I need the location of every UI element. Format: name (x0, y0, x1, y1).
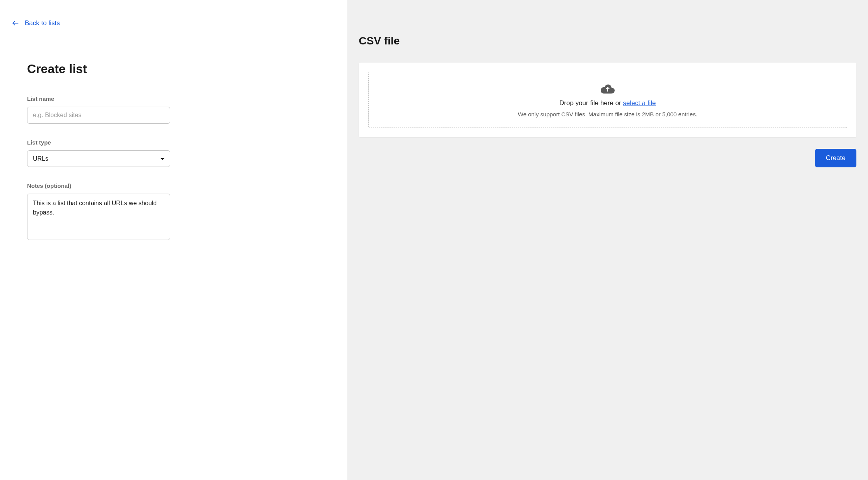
list-type-select[interactable]: URLs (27, 150, 170, 167)
support-text: We only support CSV files. Maximum file … (376, 111, 839, 117)
left-panel: Back to lists Create list List name List… (0, 0, 347, 480)
list-type-label: List type (27, 139, 324, 146)
csv-section-title: CSV file (359, 35, 856, 47)
list-type-select-wrapper: URLs (27, 150, 170, 167)
cloud-upload-icon (601, 84, 615, 95)
back-link-label: Back to lists (25, 19, 60, 27)
drop-text: Drop your file here or select a file (376, 99, 839, 107)
upload-card: Drop your file here or select a file We … (359, 63, 856, 137)
file-dropzone[interactable]: Drop your file here or select a file We … (368, 72, 847, 128)
notes-label: Notes (optional) (27, 182, 324, 189)
drop-prefix: Drop your file here or (559, 99, 623, 107)
create-button[interactable]: Create (815, 149, 856, 167)
list-type-group: List type URLs (12, 139, 324, 167)
page-title: Create list (12, 62, 324, 76)
select-file-link[interactable]: select a file (623, 99, 656, 107)
right-panel: CSV file Drop your file here or select a… (347, 0, 868, 480)
notes-textarea[interactable]: This is a list that contains all URLs we… (27, 194, 170, 240)
action-row: Create (359, 149, 856, 167)
arrow-left-icon (12, 19, 19, 27)
list-name-group: List name (12, 95, 324, 124)
notes-group: Notes (optional) This is a list that con… (12, 182, 324, 242)
list-name-label: List name (27, 95, 324, 102)
list-name-input[interactable] (27, 107, 170, 124)
back-to-lists-link[interactable]: Back to lists (12, 19, 60, 27)
